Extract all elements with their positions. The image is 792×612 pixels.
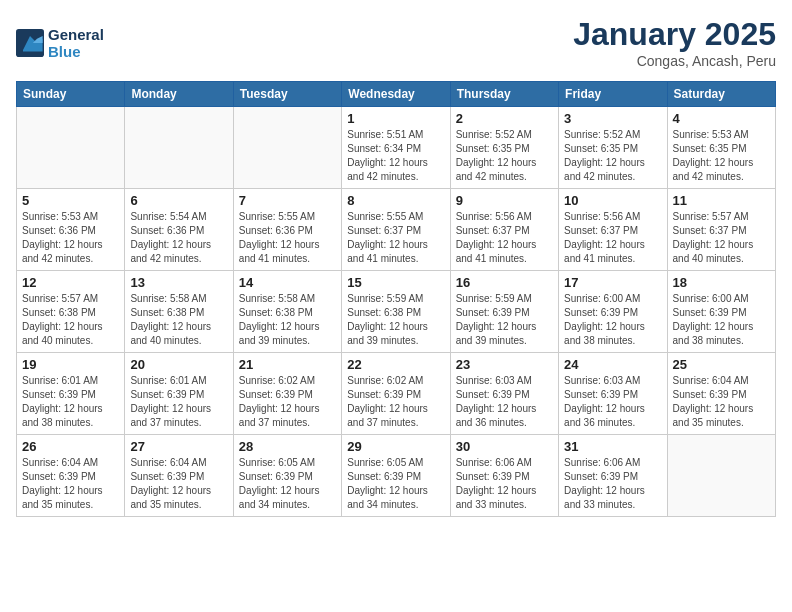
day-number: 31 <box>564 439 661 454</box>
weekday-header-row: SundayMondayTuesdayWednesdayThursdayFrid… <box>17 82 776 107</box>
calendar-cell: 26Sunrise: 6:04 AM Sunset: 6:39 PM Dayli… <box>17 435 125 517</box>
day-info: Sunrise: 6:03 AM Sunset: 6:39 PM Dayligh… <box>564 374 661 430</box>
day-number: 8 <box>347 193 444 208</box>
logo: General Blue <box>16 26 104 60</box>
logo-text-line1: General <box>48 26 104 43</box>
day-info: Sunrise: 6:02 AM Sunset: 6:39 PM Dayligh… <box>239 374 336 430</box>
day-number: 10 <box>564 193 661 208</box>
day-number: 20 <box>130 357 227 372</box>
calendar-cell <box>17 107 125 189</box>
day-number: 12 <box>22 275 119 290</box>
calendar-week-row: 12Sunrise: 5:57 AM Sunset: 6:38 PM Dayli… <box>17 271 776 353</box>
day-info: Sunrise: 5:56 AM Sunset: 6:37 PM Dayligh… <box>456 210 553 266</box>
calendar-cell: 18Sunrise: 6:00 AM Sunset: 6:39 PM Dayli… <box>667 271 775 353</box>
calendar-cell: 4Sunrise: 5:53 AM Sunset: 6:35 PM Daylig… <box>667 107 775 189</box>
calendar-cell: 7Sunrise: 5:55 AM Sunset: 6:36 PM Daylig… <box>233 189 341 271</box>
day-info: Sunrise: 5:54 AM Sunset: 6:36 PM Dayligh… <box>130 210 227 266</box>
calendar-cell: 29Sunrise: 6:05 AM Sunset: 6:39 PM Dayli… <box>342 435 450 517</box>
weekday-header-monday: Monday <box>125 82 233 107</box>
day-number: 2 <box>456 111 553 126</box>
calendar-cell: 20Sunrise: 6:01 AM Sunset: 6:39 PM Dayli… <box>125 353 233 435</box>
day-number: 22 <box>347 357 444 372</box>
day-info: Sunrise: 5:59 AM Sunset: 6:39 PM Dayligh… <box>456 292 553 348</box>
calendar-cell: 23Sunrise: 6:03 AM Sunset: 6:39 PM Dayli… <box>450 353 558 435</box>
weekday-header-sunday: Sunday <box>17 82 125 107</box>
day-info: Sunrise: 5:58 AM Sunset: 6:38 PM Dayligh… <box>130 292 227 348</box>
day-number: 19 <box>22 357 119 372</box>
day-info: Sunrise: 6:05 AM Sunset: 6:39 PM Dayligh… <box>347 456 444 512</box>
day-number: 7 <box>239 193 336 208</box>
day-number: 6 <box>130 193 227 208</box>
calendar-cell <box>667 435 775 517</box>
day-info: Sunrise: 5:55 AM Sunset: 6:36 PM Dayligh… <box>239 210 336 266</box>
calendar-cell: 19Sunrise: 6:01 AM Sunset: 6:39 PM Dayli… <box>17 353 125 435</box>
day-info: Sunrise: 5:59 AM Sunset: 6:38 PM Dayligh… <box>347 292 444 348</box>
day-info: Sunrise: 5:52 AM Sunset: 6:35 PM Dayligh… <box>456 128 553 184</box>
calendar-cell: 8Sunrise: 5:55 AM Sunset: 6:37 PM Daylig… <box>342 189 450 271</box>
calendar-cell: 27Sunrise: 6:04 AM Sunset: 6:39 PM Dayli… <box>125 435 233 517</box>
calendar-cell: 1Sunrise: 5:51 AM Sunset: 6:34 PM Daylig… <box>342 107 450 189</box>
calendar-cell: 5Sunrise: 5:53 AM Sunset: 6:36 PM Daylig… <box>17 189 125 271</box>
day-number: 3 <box>564 111 661 126</box>
day-number: 29 <box>347 439 444 454</box>
day-info: Sunrise: 6:04 AM Sunset: 6:39 PM Dayligh… <box>130 456 227 512</box>
calendar-cell: 3Sunrise: 5:52 AM Sunset: 6:35 PM Daylig… <box>559 107 667 189</box>
calendar-cell: 24Sunrise: 6:03 AM Sunset: 6:39 PM Dayli… <box>559 353 667 435</box>
day-number: 15 <box>347 275 444 290</box>
day-number: 9 <box>456 193 553 208</box>
calendar-cell <box>125 107 233 189</box>
calendar-cell: 6Sunrise: 5:54 AM Sunset: 6:36 PM Daylig… <box>125 189 233 271</box>
day-info: Sunrise: 5:58 AM Sunset: 6:38 PM Dayligh… <box>239 292 336 348</box>
day-number: 30 <box>456 439 553 454</box>
calendar-week-row: 1Sunrise: 5:51 AM Sunset: 6:34 PM Daylig… <box>17 107 776 189</box>
calendar-cell: 31Sunrise: 6:06 AM Sunset: 6:39 PM Dayli… <box>559 435 667 517</box>
day-number: 18 <box>673 275 770 290</box>
day-info: Sunrise: 6:02 AM Sunset: 6:39 PM Dayligh… <box>347 374 444 430</box>
page-header: General Blue January 2025 Congas, Ancash… <box>16 16 776 69</box>
calendar-cell: 16Sunrise: 5:59 AM Sunset: 6:39 PM Dayli… <box>450 271 558 353</box>
day-number: 23 <box>456 357 553 372</box>
day-number: 26 <box>22 439 119 454</box>
day-info: Sunrise: 5:57 AM Sunset: 6:38 PM Dayligh… <box>22 292 119 348</box>
day-info: Sunrise: 6:05 AM Sunset: 6:39 PM Dayligh… <box>239 456 336 512</box>
weekday-header-tuesday: Tuesday <box>233 82 341 107</box>
day-info: Sunrise: 5:55 AM Sunset: 6:37 PM Dayligh… <box>347 210 444 266</box>
day-number: 28 <box>239 439 336 454</box>
day-number: 13 <box>130 275 227 290</box>
day-info: Sunrise: 6:00 AM Sunset: 6:39 PM Dayligh… <box>564 292 661 348</box>
day-info: Sunrise: 6:04 AM Sunset: 6:39 PM Dayligh… <box>22 456 119 512</box>
calendar-week-row: 5Sunrise: 5:53 AM Sunset: 6:36 PM Daylig… <box>17 189 776 271</box>
calendar-title: January 2025 <box>573 16 776 53</box>
day-number: 4 <box>673 111 770 126</box>
calendar-week-row: 26Sunrise: 6:04 AM Sunset: 6:39 PM Dayli… <box>17 435 776 517</box>
day-info: Sunrise: 5:53 AM Sunset: 6:36 PM Dayligh… <box>22 210 119 266</box>
weekday-header-saturday: Saturday <box>667 82 775 107</box>
day-info: Sunrise: 6:06 AM Sunset: 6:39 PM Dayligh… <box>456 456 553 512</box>
calendar-cell: 21Sunrise: 6:02 AM Sunset: 6:39 PM Dayli… <box>233 353 341 435</box>
weekday-header-friday: Friday <box>559 82 667 107</box>
calendar-subtitle: Congas, Ancash, Peru <box>573 53 776 69</box>
calendar-cell: 22Sunrise: 6:02 AM Sunset: 6:39 PM Dayli… <box>342 353 450 435</box>
day-number: 14 <box>239 275 336 290</box>
calendar-cell: 13Sunrise: 5:58 AM Sunset: 6:38 PM Dayli… <box>125 271 233 353</box>
day-number: 25 <box>673 357 770 372</box>
calendar-cell: 25Sunrise: 6:04 AM Sunset: 6:39 PM Dayli… <box>667 353 775 435</box>
calendar-cell: 17Sunrise: 6:00 AM Sunset: 6:39 PM Dayli… <box>559 271 667 353</box>
logo-text-line2: Blue <box>48 43 104 60</box>
day-number: 16 <box>456 275 553 290</box>
day-info: Sunrise: 5:57 AM Sunset: 6:37 PM Dayligh… <box>673 210 770 266</box>
day-info: Sunrise: 5:52 AM Sunset: 6:35 PM Dayligh… <box>564 128 661 184</box>
calendar-week-row: 19Sunrise: 6:01 AM Sunset: 6:39 PM Dayli… <box>17 353 776 435</box>
calendar-cell: 10Sunrise: 5:56 AM Sunset: 6:37 PM Dayli… <box>559 189 667 271</box>
day-info: Sunrise: 6:00 AM Sunset: 6:39 PM Dayligh… <box>673 292 770 348</box>
day-info: Sunrise: 6:06 AM Sunset: 6:39 PM Dayligh… <box>564 456 661 512</box>
title-block: January 2025 Congas, Ancash, Peru <box>573 16 776 69</box>
day-info: Sunrise: 6:04 AM Sunset: 6:39 PM Dayligh… <box>673 374 770 430</box>
weekday-header-thursday: Thursday <box>450 82 558 107</box>
day-number: 17 <box>564 275 661 290</box>
logo-icon <box>16 29 44 57</box>
calendar-cell: 14Sunrise: 5:58 AM Sunset: 6:38 PM Dayli… <box>233 271 341 353</box>
calendar-cell: 28Sunrise: 6:05 AM Sunset: 6:39 PM Dayli… <box>233 435 341 517</box>
weekday-header-wednesday: Wednesday <box>342 82 450 107</box>
calendar-table: SundayMondayTuesdayWednesdayThursdayFrid… <box>16 81 776 517</box>
